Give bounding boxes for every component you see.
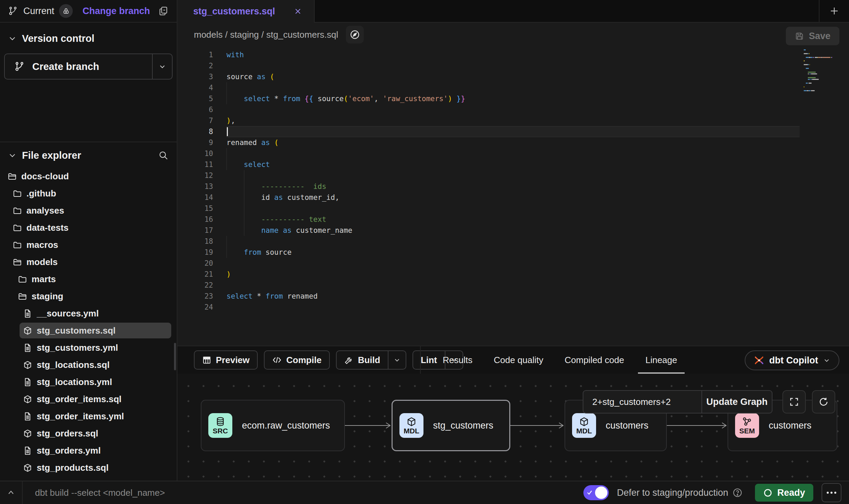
folder-icon [13, 189, 22, 198]
code-line-20[interactable]: 20 [177, 258, 849, 269]
file-tree-item-stg-orders-yml[interactable]: stg_orders.yml [0, 442, 177, 459]
copy-icon[interactable] [158, 6, 168, 16]
close-icon[interactable] [293, 7, 302, 16]
preview-label: Preview [216, 355, 249, 365]
folder-open-icon [18, 292, 27, 301]
file-tree-item-stg-customers-sql[interactable]: stg_customers.sql [0, 322, 177, 339]
panel-tab-lineage[interactable]: Lineage [646, 346, 677, 374]
file-tree-item-stg-locations-yml[interactable]: stg_locations.yml [0, 373, 177, 391]
file-tree-item-stg-order-items-sql[interactable]: stg_order_items.sql [0, 391, 177, 408]
code-line-19[interactable]: 19 from source [177, 247, 849, 258]
compile-label: Compile [286, 355, 322, 365]
save-label: Save [809, 31, 830, 41]
lineage-selector-input[interactable]: 2+stg_customers+2 [583, 391, 701, 413]
tab-stg-customers-sql[interactable]: stg_customers.sql [177, 0, 315, 23]
lint-label: Lint [421, 355, 437, 365]
code-line-1[interactable]: 1with [177, 49, 849, 60]
help-icon[interactable] [732, 488, 743, 498]
file-tree-item-stg-orders-sql[interactable]: stg_orders.sql [0, 425, 177, 442]
code-line-24[interactable]: 24 [177, 302, 849, 313]
code-line-23[interactable]: 23select * from renamed [177, 291, 849, 302]
file-tree-item-stg-customers-yml[interactable]: stg_customers.yml [0, 339, 177, 356]
code-icon [272, 355, 282, 365]
code-line-21[interactable]: 21) [177, 269, 849, 280]
cube-icon [23, 395, 32, 404]
create-branch-dropdown[interactable] [152, 54, 172, 79]
folder-open-icon [8, 172, 17, 181]
git-branch-icon [8, 6, 18, 16]
compile-button[interactable]: Compile [264, 350, 330, 370]
new-tab-button[interactable] [819, 0, 849, 23]
code-line-11[interactable]: 11 select [177, 159, 849, 170]
code-line-7[interactable]: 7), [177, 115, 849, 126]
code-line-4[interactable]: 4 [177, 82, 849, 93]
file-tree-item-data-tests[interactable]: data-tests [0, 219, 177, 236]
file-tree-item-stg-products-sql[interactable]: stg_products.sql [0, 459, 177, 476]
build-dropdown[interactable] [388, 351, 406, 369]
file-tree-item-stg-order-items-yml[interactable]: stg_order_items.yml [0, 408, 177, 425]
plus-icon [829, 6, 839, 16]
save-button[interactable]: Save [786, 27, 839, 45]
code-line-14[interactable]: 14 id as customer_id, [177, 192, 849, 203]
lineage-node-stg-customers[interactable]: MDLstg_customers [392, 400, 510, 451]
change-branch-link[interactable]: Change branch [82, 6, 150, 16]
build-button[interactable]: Build [337, 351, 388, 369]
code-line-5[interactable]: 5 select * from {{ source('ecom', 'raw_c… [177, 93, 849, 104]
tab-bar-empty-space [315, 0, 819, 23]
editor-minimap[interactable] [802, 49, 841, 100]
file-tree-item--github[interactable]: .github [0, 185, 177, 202]
lint-button[interactable]: Lint [413, 351, 445, 369]
more-options-button[interactable] [822, 483, 841, 502]
code-line-12[interactable]: 12 [177, 170, 849, 181]
code-line-15[interactable]: 15 [177, 203, 849, 214]
create-branch-button[interactable]: Create branch [5, 54, 152, 79]
code-line-6[interactable]: 6 [177, 104, 849, 115]
file-tree-item-marts[interactable]: marts [0, 271, 177, 288]
current-branch-label: Current [23, 6, 54, 16]
panel-tab-code-quality[interactable]: Code quality [494, 346, 544, 374]
code-line-18[interactable]: 18 [177, 236, 849, 247]
search-icon[interactable] [158, 150, 168, 160]
file-tree-item-models[interactable]: models [0, 253, 177, 271]
lineage-node-ecom-raw-customers[interactable]: SRCecom.raw_customers [201, 400, 345, 451]
chevron-up-icon [7, 488, 15, 497]
chevron-down-icon [393, 356, 401, 364]
file-explorer-section-header[interactable]: File explorer [0, 148, 177, 163]
panel-tab-results[interactable]: Results [443, 346, 473, 374]
code-line-3[interactable]: 3source as ( [177, 71, 849, 82]
docs-compass-button[interactable] [346, 26, 364, 44]
code-line-9[interactable]: 9renamed as ( [177, 137, 849, 148]
file-tree-item-stg-locations-sql[interactable]: stg_locations.sql [0, 356, 177, 373]
file-tree-item--sources-yml[interactable]: __sources.yml [0, 305, 177, 322]
chevron-down-icon [823, 357, 830, 364]
command-input[interactable]: dbt build --select <model_name> [35, 488, 583, 498]
doc-icon [23, 446, 32, 455]
dbt-copilot-button[interactable]: dbt Copilot [745, 350, 839, 370]
code-line-16[interactable]: 16 ---------- text [177, 214, 849, 225]
code-editor[interactable]: 1with23source as (45 select * from {{ so… [177, 47, 849, 346]
version-control-section-header[interactable]: Version control [0, 31, 177, 46]
code-line-22[interactable]: 22 [177, 280, 849, 291]
defer-toggle[interactable] [583, 485, 609, 500]
lineage-edge [510, 421, 565, 430]
preview-button[interactable]: Preview [194, 350, 258, 370]
lineage-refresh-button[interactable] [812, 390, 835, 413]
panel-tab-compiled-code[interactable]: Compiled code [565, 346, 624, 374]
doc-icon [23, 343, 32, 352]
update-graph-button[interactable]: Update Graph [701, 391, 772, 413]
file-tree-item-docs-cloud[interactable]: docs-cloud [0, 168, 177, 185]
file-tree-item-macros[interactable]: macros [0, 236, 177, 253]
code-line-13[interactable]: 13 ---------- ids [177, 181, 849, 192]
code-line-8[interactable]: 8 [177, 126, 849, 137]
lineage-canvas[interactable]: 2+stg_customers+2 Update Graph SRCecom.r… [177, 374, 849, 481]
command-bar-expand-button[interactable] [0, 488, 22, 497]
code-line-17[interactable]: 17 name as customer_name [177, 225, 849, 236]
code-line-10[interactable]: 10 [177, 148, 849, 159]
file-explorer-title: File explorer [22, 150, 81, 161]
lineage-fullscreen-button[interactable] [782, 390, 806, 413]
file-tree-item-staging[interactable]: staging [0, 288, 177, 305]
file-tree-item-analyses[interactable]: analyses [0, 202, 177, 219]
file-explorer-scrollbar[interactable] [174, 343, 176, 370]
ide-status-button[interactable]: Ready [755, 484, 813, 502]
code-line-2[interactable]: 2 [177, 60, 849, 71]
